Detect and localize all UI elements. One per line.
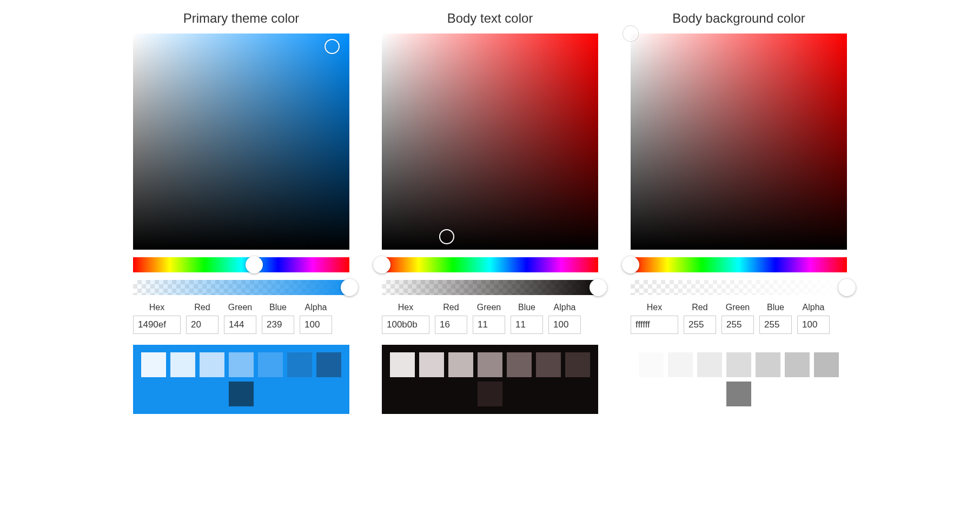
swatch[interactable] — [536, 352, 561, 377]
green-input[interactable] — [721, 316, 754, 334]
alpha-thumb[interactable] — [341, 279, 358, 296]
picker-title: Body text color — [382, 11, 598, 26]
alpha-input[interactable] — [548, 316, 581, 334]
swatch[interactable] — [639, 352, 664, 377]
green-label: Green — [726, 303, 750, 312]
hex-input[interactable] — [382, 316, 429, 334]
blue-label: Blue — [269, 303, 287, 312]
swatch[interactable] — [785, 352, 810, 377]
saturation-value-area[interactable] — [631, 34, 847, 250]
alpha-input[interactable] — [797, 316, 830, 334]
swatch[interactable] — [287, 352, 312, 377]
swatch[interactable] — [419, 352, 444, 377]
swatch[interactable] — [229, 352, 254, 377]
color-picker-primary: Primary theme colorHexRedGreenBlueAlpha — [133, 11, 349, 414]
color-picker-bodybg: Body background colorHexRedGreenBlueAlph… — [631, 11, 847, 414]
swatch[interactable] — [565, 352, 590, 377]
red-label: Red — [194, 303, 210, 312]
blue-label: Blue — [518, 303, 535, 312]
hue-slider[interactable] — [133, 257, 349, 272]
swatch[interactable] — [200, 352, 224, 377]
alpha-input[interactable] — [300, 316, 332, 334]
hex-label: Hex — [398, 303, 413, 312]
hue-thumb[interactable] — [246, 256, 263, 273]
color-inputs: HexRedGreenBlueAlpha — [631, 303, 847, 334]
swatch[interactable] — [229, 382, 254, 406]
hex-label: Hex — [149, 303, 164, 312]
swatch[interactable] — [448, 352, 473, 377]
alpha-thumb[interactable] — [590, 279, 607, 296]
green-label: Green — [477, 303, 501, 312]
swatch[interactable] — [478, 382, 502, 406]
blue-input[interactable] — [511, 316, 543, 334]
picker-title: Primary theme color — [133, 11, 349, 26]
blue-input[interactable] — [759, 316, 792, 334]
alpha-slider[interactable] — [631, 280, 847, 295]
saturation-value-area[interactable] — [382, 34, 598, 250]
swatch[interactable] — [170, 352, 195, 377]
sv-marker[interactable] — [623, 26, 638, 41]
swatch[interactable] — [756, 352, 780, 377]
green-input[interactable] — [473, 316, 505, 334]
hex-input[interactable] — [133, 316, 181, 334]
swatch[interactable] — [258, 352, 283, 377]
hue-thumb[interactable] — [373, 256, 390, 273]
swatch[interactable] — [507, 352, 532, 377]
swatch[interactable] — [390, 352, 415, 377]
red-input[interactable] — [684, 316, 716, 334]
red-label: Red — [443, 303, 459, 312]
sv-marker[interactable] — [439, 229, 454, 244]
swatch[interactable] — [726, 382, 751, 406]
alpha-label: Alpha — [803, 303, 825, 312]
hue-thumb[interactable] — [622, 256, 639, 273]
saturation-value-area[interactable] — [133, 34, 349, 250]
swatch[interactable] — [668, 352, 693, 377]
red-label: Red — [692, 303, 707, 312]
alpha-label: Alpha — [305, 303, 327, 312]
swatch[interactable] — [141, 352, 166, 377]
hex-input[interactable] — [631, 316, 678, 334]
blue-label: Blue — [767, 303, 784, 312]
swatch[interactable] — [726, 352, 751, 377]
blue-input[interactable] — [262, 316, 294, 334]
alpha-slider[interactable] — [382, 280, 598, 295]
color-picker-bodytext: Body text colorHexRedGreenBlueAlpha — [382, 11, 598, 414]
hue-slider[interactable] — [382, 257, 598, 272]
swatch[interactable] — [814, 352, 839, 377]
color-inputs: HexRedGreenBlueAlpha — [133, 303, 349, 334]
green-label: Green — [228, 303, 252, 312]
hex-label: Hex — [647, 303, 662, 312]
swatch-panel — [631, 345, 847, 414]
red-input[interactable] — [186, 316, 218, 334]
swatch-panel — [382, 345, 598, 414]
picker-title: Body background color — [631, 11, 847, 26]
swatch[interactable] — [478, 352, 502, 377]
swatch[interactable] — [316, 352, 341, 377]
green-input[interactable] — [224, 316, 256, 334]
sv-marker[interactable] — [325, 39, 340, 54]
hue-slider[interactable] — [631, 257, 847, 272]
red-input[interactable] — [435, 316, 467, 334]
color-inputs: HexRedGreenBlueAlpha — [382, 303, 598, 334]
alpha-label: Alpha — [554, 303, 576, 312]
swatch[interactable] — [697, 352, 722, 377]
swatch-panel — [133, 345, 349, 414]
alpha-thumb[interactable] — [838, 279, 856, 296]
alpha-slider[interactable] — [133, 280, 349, 295]
